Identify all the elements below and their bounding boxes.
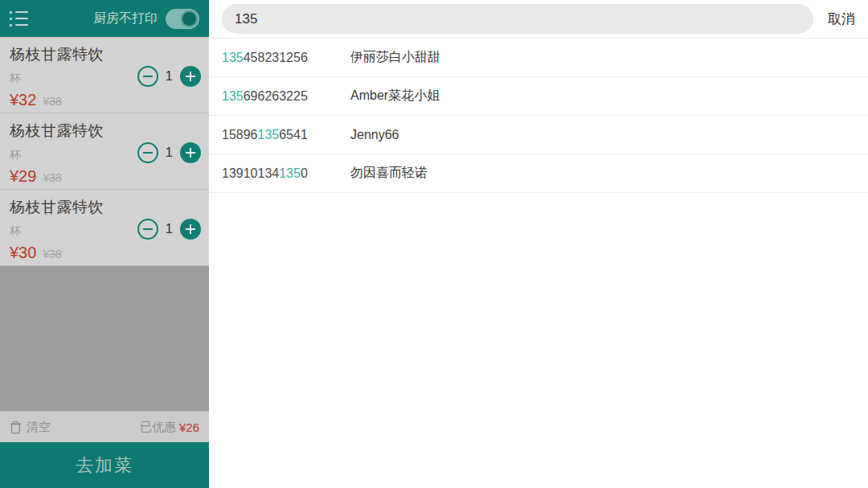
minus-icon — [143, 228, 153, 230]
decrease-quantity-button[interactable] — [137, 219, 158, 240]
add-dishes-button[interactable]: 去加菜 — [0, 442, 209, 488]
list-menu-icon[interactable] — [10, 11, 28, 27]
discount-label: 已优惠 — [140, 420, 176, 435]
item-price: ¥29 — [10, 167, 36, 186]
search-input[interactable] — [235, 11, 800, 27]
search-results: 135458231256 伊丽莎白小甜甜 135696263225 Amber菜… — [209, 39, 868, 488]
search-header: 取消 — [209, 0, 868, 39]
item-original-price: ¥38 — [43, 171, 61, 184]
minus-icon — [143, 76, 153, 77]
cart-footer: 清空 已优惠 ¥26 — [0, 411, 209, 442]
item-quantity: 1 — [166, 145, 173, 161]
item-name: 杨枝甘露特饮 — [10, 44, 199, 65]
sidebar-header: 厨房不打印 — [0, 0, 209, 37]
clear-cart-button[interactable]: 清空 — [10, 420, 51, 435]
minus-icon — [143, 152, 153, 154]
customer-name: Jenny66 — [350, 128, 399, 142]
item-original-price: ¥38 — [43, 95, 61, 108]
item-name: 杨枝甘露特饮 — [10, 121, 199, 141]
cart-item: 杨枝甘露特饮 杯 ¥29 ¥38 1 — [0, 113, 209, 190]
customer-phone: 158961356541 — [222, 128, 326, 142]
item-quantity: 1 — [166, 221, 173, 237]
decrease-quantity-button[interactable] — [137, 66, 158, 87]
phone-match-highlight: 135 — [222, 89, 244, 103]
item-price: ¥30 — [10, 244, 36, 262]
increase-quantity-button[interactable] — [180, 66, 201, 87]
trash-icon — [10, 420, 22, 434]
cart-item: 杨枝甘露特饮 杯 ¥30 ¥38 1 — [0, 190, 209, 266]
customer-name: 伊丽莎白小甜甜 — [350, 49, 440, 66]
search-pill — [222, 4, 813, 34]
plus-icon — [186, 228, 195, 230]
customer-result-row[interactable]: 135458231256 伊丽莎白小甜甜 — [209, 39, 868, 77]
plus-icon — [186, 152, 195, 154]
customer-result-row[interactable]: 158961356541 Jenny66 — [209, 116, 868, 154]
pos-app: 厨房不打印 杨枝甘露特饮 杯 ¥32 ¥38 1 杨枝甘露特饮 — [0, 0, 868, 488]
customer-phone: 135696263225 — [222, 89, 326, 104]
phone-match-highlight: 135 — [279, 166, 301, 180]
quantity-stepper: 1 — [137, 66, 201, 87]
cart-empty-area — [0, 266, 209, 411]
cart-item: 杨枝甘露特饮 杯 ¥32 ¥38 1 — [0, 37, 209, 113]
cart-sidebar: 厨房不打印 杨枝甘露特饮 杯 ¥32 ¥38 1 杨枝甘露特饮 — [0, 0, 209, 488]
quantity-stepper: 1 — [137, 142, 201, 163]
item-name: 杨枝甘露特饮 — [10, 197, 199, 218]
decrease-quantity-button[interactable] — [137, 142, 158, 163]
plus-icon — [186, 76, 195, 77]
discount-amount: ¥26 — [179, 420, 199, 434]
kitchen-no-print-label: 厨房不打印 — [93, 10, 158, 27]
customer-result-row[interactable]: 139101341350 勿因喜而轻诺 — [209, 154, 868, 193]
customer-name: 勿因喜而轻诺 — [350, 165, 428, 182]
customer-search-panel: 取消 135458231256 伊丽莎白小甜甜 135696263225 Amb… — [209, 0, 868, 488]
customer-phone: 139101341350 — [222, 166, 326, 181]
customer-result-row[interactable]: 135696263225 Amber菜花小姐 — [209, 77, 868, 116]
clear-label: 清空 — [27, 420, 51, 435]
phone-match-highlight: 135 — [258, 128, 280, 141]
item-original-price: ¥38 — [43, 248, 61, 260]
item-price: ¥32 — [10, 91, 36, 109]
kitchen-no-print-toggle[interactable] — [166, 9, 199, 29]
increase-quantity-button[interactable] — [180, 219, 201, 240]
customer-phone: 135458231256 — [222, 51, 326, 65]
toggle-knob — [181, 10, 198, 27]
cancel-button[interactable]: 取消 — [828, 10, 855, 28]
customer-name: Amber菜花小姐 — [350, 88, 440, 105]
cart-list: 杨枝甘露特饮 杯 ¥32 ¥38 1 杨枝甘露特饮 杯 ¥29 ¥38 — [0, 37, 209, 266]
increase-quantity-button[interactable] — [180, 142, 201, 163]
phone-match-highlight: 135 — [222, 51, 244, 64]
quantity-stepper: 1 — [137, 219, 201, 240]
item-quantity: 1 — [166, 68, 173, 84]
